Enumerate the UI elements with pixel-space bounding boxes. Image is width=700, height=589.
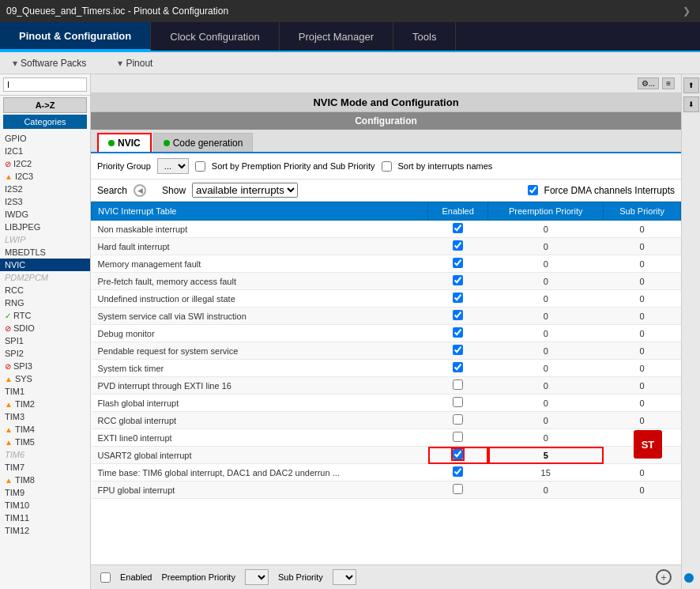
zoom-icon[interactable]: + [656,569,672,585]
tab-code-generation[interactable]: Code generation [153,133,254,152]
sidebar-item-tim10[interactable]: TIM10 [0,499,90,512]
sidebar-item-sdio[interactable]: ⊘SDIO [0,322,90,334]
warn-icon: ▲ [5,172,13,181]
row-enabled-11[interactable] [428,412,488,429]
sidebar-item-rcc[interactable]: RCC [0,284,90,296]
force-dma-label: Force DMA channels Interrupts [544,185,675,196]
settings-button[interactable]: ⚙... [638,77,659,89]
right-btn-1[interactable]: ⬆ [683,77,699,93]
sort-premption-checkbox[interactable] [195,161,205,172]
sidebar-item-iwdg[interactable]: IWDG [0,208,90,221]
priority-group-select[interactable]: ... [157,158,189,174]
bottom-sub-select[interactable] [333,569,356,585]
sidebar-item-rtc[interactable]: ✓RTC [0,309,90,322]
sidebar-item-tim8[interactable]: ▲TIM8 [0,474,90,486]
row-preemption-6: 0 [488,325,604,342]
search-bar [0,74,90,96]
sort-interrupts-label: Sort by interrupts names [398,161,493,171]
sidebar-item-i2s3[interactable]: I2S3 [0,195,90,208]
sidebar-item-i2c3[interactable]: ▲I2C3 [0,170,90,183]
secondary-nav: ▾ Software Packs ▾ Pinout [0,52,700,74]
sidebar-item-i2s2[interactable]: I2S2 [0,183,90,195]
sidebar-item-tim4[interactable]: ▲TIM4 [0,423,90,436]
table-row: Memory management fault00 [92,255,681,273]
software-packs-nav[interactable]: ▾ Software Packs [13,58,86,69]
bottom-preemption-select[interactable] [245,569,269,585]
sidebar-item-nvic[interactable]: NVIC [0,259,90,271]
sidebar-item-tim3[interactable]: TIM3 [0,410,90,423]
tab-project[interactable]: Project Manager [280,22,393,51]
bottom-bar: Enabled Preemption Priority Sub Priority… [91,564,681,589]
row-name-5: System service call via SWI instruction [92,308,428,325]
nvic-dot [108,140,115,146]
sidebar-item-sys[interactable]: ▲SYS [0,372,90,385]
row-sub-0: 0 [604,221,681,238]
row-enabled-7[interactable] [428,342,488,360]
row-enabled-12[interactable] [428,429,488,447]
sidebar-item-rng[interactable]: RNG [0,296,90,309]
col-header-name: NVIC Interrupt Table [92,202,428,221]
search-circle-icon[interactable]: ◀ [134,184,146,197]
sidebar-item-tim1[interactable]: TIM1 [0,385,90,398]
row-enabled-10[interactable] [428,395,488,412]
list-button[interactable]: ≡ [662,77,675,89]
row-enabled-3[interactable] [428,273,488,290]
sidebar-item-gpio[interactable]: GPIO [0,132,90,145]
row-enabled-0[interactable] [428,221,488,238]
row-enabled-8[interactable] [428,360,488,377]
row-enabled-2[interactable] [428,255,488,273]
row-sub-5: 0 [604,308,681,325]
row-enabled-13[interactable] [428,447,488,464]
row-enabled-1[interactable] [428,238,488,255]
panel-title: NVIC Mode and Configuration [91,93,681,112]
row-sub-15: 0 [604,481,681,499]
tab-nvic[interactable]: NVIC [97,133,152,152]
sidebar-item-tim6[interactable]: TIM6 [0,448,90,461]
row-enabled-6[interactable] [428,325,488,342]
sidebar-item-libjpeg[interactable]: LIBJPEG [0,221,90,233]
az-sort-button[interactable]: A->Z [3,97,87,113]
bottom-enabled-checkbox[interactable] [100,572,111,583]
sidebar-item-tim11[interactable]: TIM11 [0,512,90,524]
tab-pinout[interactable]: Pinout & Configuration [0,22,151,51]
sidebar-item-mbedtls[interactable]: MBEDTLS [0,246,90,259]
sort-interrupts-checkbox[interactable] [382,161,392,172]
sidebar-item-tim7[interactable]: TIM7 [0,461,90,474]
error-icon-2: ⊘ [5,324,11,333]
row-enabled-4[interactable] [428,290,488,308]
row-preemption-9: 0 [488,377,604,395]
row-name-8: System tick timer [92,360,428,377]
sidebar-item-lwip[interactable]: LWIP [0,233,90,246]
sidebar-item-spi2[interactable]: SPI2 [0,347,90,360]
row-preemption-2: 0 [488,255,604,273]
right-btn-2[interactable]: ⬇ [683,96,699,112]
priority-group-label: Priority Group [97,161,151,171]
search-input[interactable] [3,77,87,92]
right-toolbar: ⬆ ⬇ [681,74,700,589]
config-tabs: NVIC Code generation [91,130,681,153]
sidebar-item-tim12[interactable]: TIM12 [0,524,90,537]
sidebar-item-tim5[interactable]: ▲TIM5 [0,436,90,448]
show-select[interactable]: available interrupts all interrupts [192,183,298,198]
sidebar-item-spi1[interactable]: SPI1 [0,334,90,347]
categories-button[interactable]: Categories [3,115,87,129]
tab-tools[interactable]: Tools [393,22,456,51]
sidebar-item-spi3[interactable]: ⊘SPI3 [0,360,90,372]
row-enabled-14[interactable] [428,464,488,481]
row-name-0: Non maskable interrupt [92,221,428,238]
tab-clock[interactable]: Clock Configuration [151,22,279,51]
row-sub-6: 0 [604,325,681,342]
sidebar-item-tim2[interactable]: ▲TIM2 [0,398,90,410]
sidebar-item-i2c2[interactable]: ⊘I2C2 [0,157,90,170]
force-dma-checkbox[interactable] [528,185,538,195]
content-area: A->Z Categories GPIO I2C1 ⊘I2C2 ▲I2C3 I2… [0,74,700,589]
row-enabled-9[interactable] [428,377,488,395]
pinout-nav[interactable]: ▾ Pinout [118,58,152,69]
sidebar-item-i2c1[interactable]: I2C1 [0,145,90,157]
table-row: Time base: TIM6 global interrupt, DAC1 a… [92,464,681,481]
sidebar-item-pdm2pcm[interactable]: PDM2PCM [0,271,90,284]
sidebar-item-tim9[interactable]: TIM9 [0,486,90,499]
row-enabled-15[interactable] [428,481,488,499]
row-enabled-5[interactable] [428,308,488,325]
bottom-enabled-label: Enabled [120,572,152,582]
